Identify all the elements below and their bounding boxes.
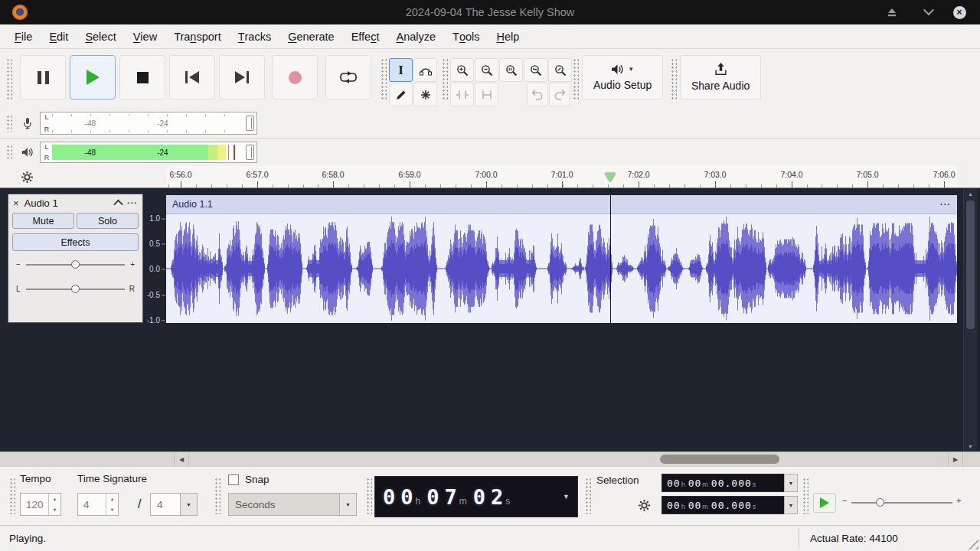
close-track-icon[interactable]: × [13, 198, 19, 208]
play-at-speed-grip[interactable] [802, 478, 808, 514]
menu-tracks[interactable]: Tracks [230, 24, 280, 48]
selection-options-gear-icon[interactable] [638, 499, 651, 512]
zoom-toggle-button[interactable] [548, 58, 572, 82]
collapse-track-icon[interactable] [113, 199, 123, 209]
share-audio-button[interactable]: Share Audio [680, 55, 761, 99]
record-button[interactable] [272, 55, 318, 99]
menu-transport[interactable]: Transport [165, 24, 230, 48]
time-format-caret-icon[interactable]: ▼ [563, 493, 570, 500]
zoom-out-button[interactable] [475, 58, 498, 82]
timesig-lower-dropdown[interactable]: 4 ▼ [150, 493, 198, 516]
silence-audio-button[interactable] [475, 83, 498, 106]
track-name[interactable]: Audio 1 [24, 197, 109, 209]
play-button[interactable] [70, 55, 116, 99]
horizontal-scrollbar-thumb[interactable] [660, 455, 779, 464]
menu-select[interactable]: Select [77, 24, 124, 48]
skip-to-start-button[interactable] [169, 55, 215, 99]
selection-toolbar-grip[interactable] [585, 478, 591, 514]
zoom-selection-button[interactable] [499, 58, 523, 82]
playback-speed-slider[interactable] [851, 502, 952, 504]
spin-down-icon[interactable]: ▼ [106, 504, 118, 515]
snap-mode-dropdown[interactable]: Seconds ▼ [228, 493, 357, 516]
draw-tool-button[interactable] [389, 83, 413, 106]
scroll-down-icon[interactable]: ▼ [964, 441, 977, 452]
dropdown-caret-icon[interactable]: ▼ [784, 474, 798, 492]
waveform-canvas[interactable] [166, 214, 957, 323]
clip-menu-icon[interactable]: ··· [940, 201, 951, 209]
transport-toolbar-grip[interactable] [6, 58, 12, 99]
loop-button[interactable] [325, 55, 371, 99]
vertical-scale-ruler[interactable]: 1.0 0.5 0.0 -0.5 -1.0 [143, 215, 165, 323]
playback-meter-grip[interactable] [6, 145, 12, 160]
clip-header[interactable]: Audio 1.1 ··· [166, 195, 957, 214]
snap-toolbar-grip[interactable] [214, 478, 220, 514]
zoom-project-button[interactable] [524, 58, 547, 82]
effects-button[interactable]: Effects [12, 233, 139, 251]
audio-position-display[interactable]: 00h 07m 02s ▼ [374, 476, 578, 517]
edit-toolbar-grip[interactable] [442, 58, 448, 99]
track-area[interactable]: × Audio 1 ··· Mute Solo Effects − + L R [0, 188, 980, 452]
horizontal-scrollbar[interactable]: ◀ ▶ [0, 452, 980, 466]
envelope-tool-button[interactable] [413, 58, 437, 82]
spin-down-icon[interactable]: ▼ [49, 504, 60, 515]
redo-button[interactable] [549, 83, 570, 106]
stop-button[interactable] [119, 55, 165, 99]
play-at-speed-button[interactable] [813, 493, 836, 513]
share-toolbar-grip[interactable] [671, 58, 677, 99]
tools-toolbar-grip[interactable] [381, 58, 387, 99]
solo-button[interactable]: Solo [77, 213, 139, 229]
audio-setup-button[interactable]: ▼ Audio Setup [582, 55, 663, 99]
trim-audio-button[interactable] [450, 83, 474, 106]
pan-slider-thumb[interactable] [71, 285, 80, 293]
playback-meter[interactable]: L R -48 -24 [40, 142, 257, 163]
spin-up-icon[interactable]: ▲ [106, 494, 118, 504]
track-menu-icon[interactable]: ··· [127, 199, 138, 207]
close-button[interactable]: × [948, 0, 971, 24]
pan-slider[interactable]: L R [16, 282, 135, 300]
dropdown-caret-icon[interactable]: ▼ [339, 494, 356, 515]
timeline-scale[interactable]: 6:56.0 6:57.0 6:58.0 6:59.0 7:00.0 7:01.… [166, 166, 957, 187]
selection-end-field[interactable]: 00h 00m 00.000s ▼ [662, 496, 786, 514]
title-bar[interactable]: 2024-09-04 The Jesse Kelly Show × [0, 0, 980, 24]
dropdown-caret-icon[interactable]: ▼ [784, 496, 798, 514]
mute-button[interactable]: Mute [12, 213, 74, 229]
skip-to-end-button[interactable] [219, 55, 265, 99]
selection-start-field[interactable]: 00h 00m 00.000s ▼ [662, 474, 786, 492]
scroll-right-icon[interactable]: ▶ [948, 452, 963, 466]
scroll-up-icon[interactable]: ▲ [964, 188, 977, 199]
selection-tool-button[interactable]: I [389, 58, 413, 82]
window-resize-grip[interactable] [967, 538, 978, 549]
vertical-scrollbar-thumb[interactable] [966, 201, 975, 329]
dropdown-caret-icon[interactable]: ▼ [180, 494, 197, 515]
vertical-scrollbar[interactable]: ▲ ▼ [963, 188, 977, 452]
scroll-left-icon[interactable]: ◀ [174, 452, 189, 466]
audio-setup-toolbar-grip[interactable] [573, 58, 579, 99]
tempo-spinner[interactable]: 120 ▲ ▼ [20, 493, 61, 516]
menu-effect[interactable]: Effect [343, 24, 388, 48]
time-toolbar-grip[interactable] [9, 478, 15, 514]
menu-file[interactable]: File [6, 24, 41, 48]
timesig-upper-spinner[interactable]: 4 ▲ ▼ [77, 493, 119, 516]
snap-checkbox[interactable] [228, 474, 239, 485]
playback-speed-thumb[interactable] [876, 498, 884, 507]
menu-help[interactable]: Help [488, 24, 528, 48]
multi-tool-button[interactable] [413, 83, 437, 106]
menu-generate[interactable]: Generate [279, 24, 342, 48]
undo-button[interactable] [527, 83, 548, 106]
menu-view[interactable]: View [125, 24, 165, 48]
eject-button[interactable] [880, 0, 903, 24]
zoom-in-button[interactable] [450, 58, 474, 82]
menu-edit[interactable]: Edit [41, 24, 77, 48]
gain-slider[interactable]: − + [16, 257, 135, 276]
clip-waveform-area[interactable] [166, 214, 957, 323]
menu-tools[interactable]: Tools [444, 24, 488, 48]
recording-meter[interactable]: L R -48 -24 [40, 112, 257, 135]
gain-slider-thumb[interactable] [71, 260, 80, 269]
timeline-options-gear-icon[interactable] [21, 171, 34, 184]
timedisplay-grip[interactable] [366, 478, 372, 514]
pause-button[interactable] [20, 55, 66, 99]
minimize-button[interactable] [917, 0, 940, 24]
menu-analyze[interactable]: Analyze [387, 24, 444, 48]
playhead-triangle[interactable] [605, 173, 616, 182]
spin-up-icon[interactable]: ▲ [49, 494, 60, 504]
